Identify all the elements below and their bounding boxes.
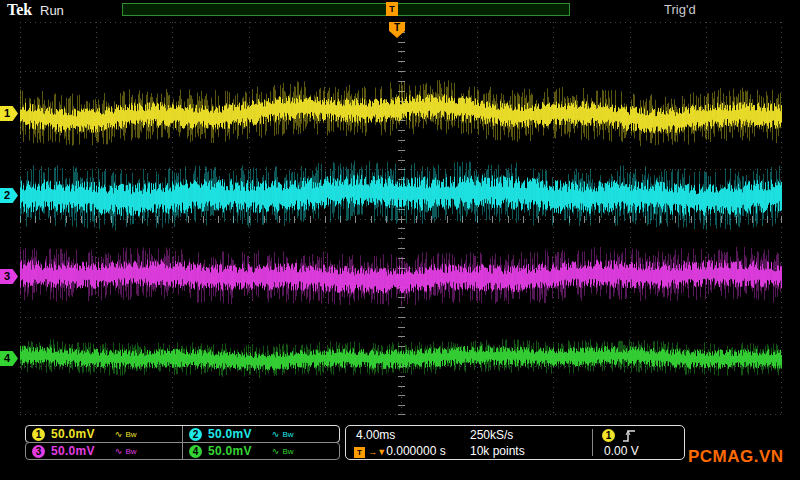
- record-view-bar[interactable]: T: [122, 3, 570, 16]
- trigger-state: Trig'd: [664, 2, 696, 17]
- ch1-position-marker[interactable]: 1: [0, 106, 18, 121]
- graticule: [20, 22, 782, 415]
- trigger-source-badge[interactable]: 1: [602, 429, 615, 442]
- coupling-icon: ∿: [272, 429, 280, 439]
- ch2-badge: 2: [189, 428, 202, 441]
- ch2-coupling-bandwidth-icons: ∿Bw: [272, 429, 294, 439]
- trigger-t-icon: T: [354, 447, 365, 458]
- bandwidth-icon: Bw: [125, 430, 136, 439]
- ch1-badge: 1: [32, 428, 45, 441]
- sample-rate: 250kS/s: [470, 428, 513, 442]
- ch4-position-marker[interactable]: 4: [0, 351, 18, 366]
- ch3-coupling-bandwidth-icons: ∿Bw: [115, 446, 137, 456]
- coupling-icon: ∿: [115, 446, 123, 456]
- tek-logo: Tek: [7, 1, 32, 19]
- horizontal-scale[interactable]: 4.00ms: [356, 428, 395, 442]
- bandwidth-icon: Bw: [282, 447, 293, 456]
- record-trigger-marker[interactable]: T: [386, 2, 398, 16]
- bandwidth-icon: Bw: [125, 447, 136, 456]
- trigger-arrow-icon: →▼: [368, 447, 386, 457]
- ch2-position-marker[interactable]: 2: [0, 188, 18, 203]
- ch3-badge: 3: [32, 445, 45, 458]
- ch4-coupling-bandwidth-icons: ∿Bw: [272, 446, 294, 456]
- ch3-readout[interactable]: 3 50.0mV ∿Bw: [26, 443, 182, 459]
- trigger-level[interactable]: 0.00 V: [604, 444, 639, 458]
- ch2-scale: 50.0mV: [208, 427, 252, 441]
- ch3-position-marker[interactable]: 3: [0, 269, 18, 284]
- coupling-icon: ∿: [115, 429, 123, 439]
- channel-readout-row-1: 1 50.0mV ∿Bw 2 50.0mV ∿Bw: [25, 425, 340, 443]
- waveform-canvas: [20, 22, 782, 415]
- oscilloscope-display: Tek Run T Trig'd T 1 2 3 4 1 50.0mV ∿Bw …: [0, 0, 800, 480]
- acquisition-status: Run: [40, 3, 64, 18]
- ch3-scale: 50.0mV: [51, 444, 95, 458]
- trigger-position-readout[interactable]: T →▼0.000000 s: [354, 444, 386, 458]
- ch4-badge: 4: [189, 445, 202, 458]
- bandwidth-icon: Bw: [282, 430, 293, 439]
- ch2-readout[interactable]: 2 50.0mV ∿Bw: [182, 426, 339, 442]
- readout-divider: [592, 429, 593, 456]
- record-length: 10k points: [470, 444, 525, 458]
- trigger-position-value: 0.000000 s: [386, 444, 445, 458]
- ch4-readout[interactable]: 4 50.0mV ∿Bw: [182, 443, 339, 459]
- watermark: PCMAG.VN: [688, 447, 784, 467]
- ch4-scale: 50.0mV: [208, 444, 252, 458]
- channel-readout-row-2: 3 50.0mV ∿Bw 4 50.0mV ∿Bw: [25, 442, 340, 460]
- ch1-coupling-bandwidth-icons: ∿Bw: [115, 429, 137, 439]
- rising-edge-icon: [622, 429, 636, 443]
- ch1-scale: 50.0mV: [51, 427, 95, 441]
- ch1-readout[interactable]: 1 50.0mV ∿Bw: [26, 426, 182, 442]
- horizontal-trigger-readout: 4.00ms 250kS/s T →▼0.000000 s 10k points…: [345, 425, 685, 460]
- coupling-icon: ∿: [272, 446, 280, 456]
